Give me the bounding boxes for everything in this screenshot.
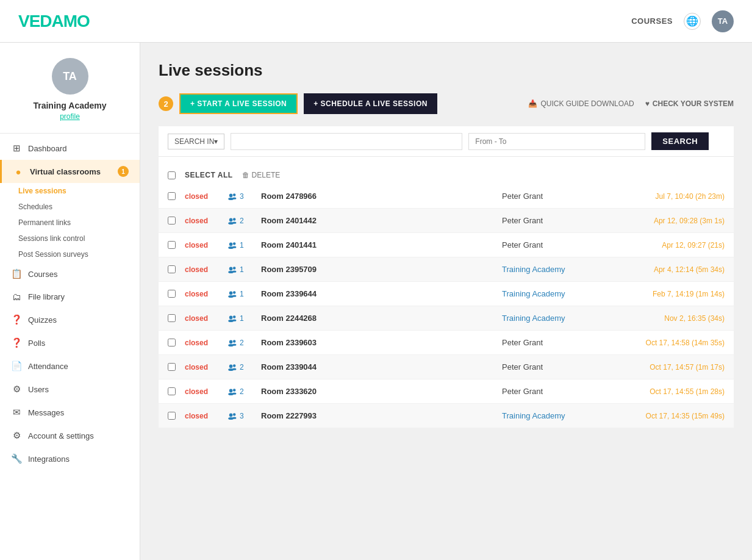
- sidebar-item-label: Virtual classrooms: [30, 167, 101, 176]
- subnav-sessions-link-control[interactable]: Sessions link control: [18, 231, 140, 246]
- row-checkbox[interactable]: [168, 265, 176, 273]
- session-participants: 1: [227, 314, 252, 323]
- session-host: Peter Grant: [502, 216, 593, 225]
- session-name[interactable]: Room 2339044: [261, 362, 493, 372]
- svg-point-15: [232, 270, 236, 272]
- svg-point-36: [229, 413, 233, 417]
- row-checkbox[interactable]: [168, 217, 176, 224]
- session-time: Oct 17, 14:57 (1m 17s): [603, 363, 725, 372]
- sidebar-item-file-library[interactable]: 🗂 File library: [0, 285, 140, 308]
- row-checkbox[interactable]: [168, 192, 176, 200]
- session-name[interactable]: Room 2401442: [261, 216, 493, 225]
- sidebar-item-label: File library: [28, 292, 65, 301]
- quick-guide-download-link[interactable]: 📥 QUICK GUIDE DOWNLOAD: [528, 99, 634, 108]
- sidebar-item-label: Messages: [28, 408, 64, 417]
- session-time: Oct 17, 14:58 (14m 35s): [603, 339, 725, 347]
- courses-nav-link[interactable]: COURSES: [631, 16, 673, 26]
- search-input[interactable]: [231, 133, 462, 150]
- user-avatar[interactable]: TA: [712, 10, 734, 32]
- integrations-icon: 🔧: [11, 453, 22, 464]
- sidebar-item-quizzes[interactable]: ❓ Quizzes: [0, 308, 140, 331]
- session-participants: 2: [227, 387, 252, 396]
- session-name[interactable]: Room 2395709: [261, 265, 493, 274]
- table-row: closed 2 Room 2339603 Peter Grant Oct 17…: [159, 331, 734, 355]
- session-status: closed: [185, 217, 218, 225]
- session-status: closed: [185, 192, 218, 201]
- session-name[interactable]: Room 2244268: [261, 314, 493, 323]
- step-badge: 2: [159, 96, 173, 111]
- search-in-button[interactable]: SEARCH IN▾: [168, 134, 224, 149]
- sidebar-profile: TA Training Academy profile: [0, 43, 140, 134]
- session-name[interactable]: Room 2333620: [261, 387, 493, 396]
- sidebar-item-integrations[interactable]: 🔧 Integrations: [0, 447, 140, 470]
- sidebar-item-messages[interactable]: ✉ Messages: [0, 401, 140, 424]
- table-row: closed 1 Room 2339644 Training Academy F…: [159, 282, 734, 306]
- svg-point-6: [233, 218, 235, 220]
- row-checkbox[interactable]: [168, 314, 176, 322]
- check-system-link[interactable]: ♥ CHECK YOUR SYSTEM: [645, 99, 734, 108]
- session-participants: 1: [227, 290, 252, 298]
- subnav-post-session-surveys[interactable]: Post Session surveys: [18, 246, 140, 262]
- session-time: Oct 17, 14:55 (1m 28s): [603, 387, 725, 396]
- session-host: Peter Grant: [502, 362, 593, 372]
- delete-button[interactable]: 🗑 DELETE: [242, 171, 281, 179]
- select-all-checkbox[interactable]: [168, 171, 176, 179]
- search-bar: SEARCH IN▾ SEARCH: [159, 126, 734, 157]
- topnav-right: COURSES 🌐 TA: [631, 10, 734, 32]
- logo: VEDAMO: [18, 12, 90, 31]
- schedule-live-session-button[interactable]: + SCHEDULE A LIVE SESSION: [304, 93, 437, 114]
- row-checkbox[interactable]: [168, 241, 176, 249]
- sidebar-item-virtual-classrooms[interactable]: ● Virtual classrooms 1: [0, 160, 140, 183]
- heart-icon: ♥: [645, 99, 650, 108]
- action-bar-right: 📥 QUICK GUIDE DOWNLOAD ♥ CHECK YOUR SYST…: [528, 99, 734, 108]
- sidebar-item-polls[interactable]: ❓ Polls: [0, 331, 140, 354]
- session-name[interactable]: Room 2478966: [261, 192, 493, 201]
- session-status: closed: [185, 387, 218, 396]
- polls-icon: ❓: [11, 337, 22, 348]
- row-checkbox[interactable]: [168, 412, 176, 420]
- sidebar-item-attendance[interactable]: 📄 Attendance: [0, 354, 140, 378]
- row-checkbox[interactable]: [168, 339, 176, 346]
- session-name[interactable]: Room 2339603: [261, 338, 493, 347]
- session-name[interactable]: Room 2339644: [261, 289, 493, 298]
- session-time: Apr 12, 09:27 (21s): [603, 241, 725, 249]
- session-host: Training Academy: [502, 314, 593, 323]
- virtual-classrooms-icon: ●: [13, 167, 24, 177]
- download-icon: 📥: [528, 99, 537, 108]
- main-content: Live sessions 2 + START A LIVE SESSION +…: [140, 43, 752, 560]
- sidebar-item-dashboard[interactable]: ⊞ Dashboard: [0, 137, 140, 160]
- subnav-schedules[interactable]: Schedules: [18, 199, 140, 215]
- sidebar-item-courses[interactable]: 📋 Courses: [0, 262, 140, 285]
- row-checkbox[interactable]: [168, 387, 176, 395]
- sidebar-item-label: Quizzes: [28, 315, 57, 325]
- session-participants: 2: [227, 217, 252, 225]
- table-row: closed 3 Room 2478966 Peter Grant Jul 7,…: [159, 184, 734, 209]
- svg-point-26: [233, 340, 235, 342]
- profile-name: Training Academy: [33, 101, 106, 110]
- svg-point-10: [233, 242, 235, 245]
- profile-link[interactable]: profile: [60, 112, 80, 121]
- table-row: closed 2 Room 2333620 Peter Grant Oct 17…: [159, 379, 734, 404]
- top-navigation: VEDAMO COURSES 🌐 TA: [0, 0, 752, 43]
- svg-point-28: [229, 364, 233, 368]
- session-name[interactable]: Room 2401441: [261, 240, 493, 249]
- row-checkbox[interactable]: [168, 290, 176, 298]
- start-live-session-button[interactable]: + START A LIVE SESSION: [179, 93, 298, 114]
- subnav-permanent-links[interactable]: Permanent links: [18, 215, 140, 231]
- svg-point-31: [232, 368, 236, 370]
- svg-point-19: [232, 295, 236, 296]
- row-checkbox[interactable]: [168, 363, 176, 371]
- session-name[interactable]: Room 2227993: [261, 411, 493, 420]
- language-icon[interactable]: 🌐: [684, 13, 701, 30]
- file-library-icon: 🗂: [11, 292, 22, 302]
- sidebar-item-users[interactable]: ⚙ Users: [0, 378, 140, 401]
- session-time: Apr 4, 12:14 (5m 34s): [603, 265, 725, 274]
- sidebar-item-account-settings[interactable]: ⚙ Account & settings: [0, 424, 140, 447]
- date-range-input[interactable]: [468, 133, 645, 150]
- search-button[interactable]: SEARCH: [651, 132, 709, 150]
- select-all-button[interactable]: SELECT ALL: [185, 171, 233, 179]
- subnav-live-sessions[interactable]: Live sessions: [18, 183, 140, 199]
- table-row: closed 2 Room 2339044 Peter Grant Oct 17…: [159, 355, 734, 379]
- session-host: Training Academy: [502, 411, 593, 420]
- sidebar-item-label: Account & settings: [28, 431, 94, 440]
